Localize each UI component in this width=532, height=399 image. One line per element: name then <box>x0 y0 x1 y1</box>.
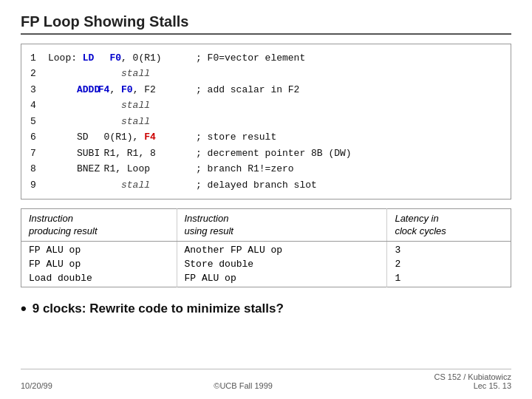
instr <box>48 98 92 113</box>
latency-header-producing: Instructionproducing result <box>21 208 177 241</box>
line-num: 4 <box>30 98 48 113</box>
comment: ; add scalar in F2 <box>196 82 299 98</box>
stall: stall <box>92 114 196 129</box>
latency-cell-using: Another FP ALU op <box>177 242 387 258</box>
instr: SD <box>48 129 92 145</box>
code-line-8: 8 BNEZ R1, Loop ; branch R1!=zero <box>30 161 502 177</box>
line-num: 8 <box>30 161 48 177</box>
latency-cell-using: Store double <box>177 257 387 271</box>
operand: F4, F0, F2 <box>92 82 196 98</box>
stall: stall <box>92 66 196 81</box>
latency-cell-cycles: 2 <box>387 257 511 271</box>
code-line-5: 5 stall <box>30 114 502 129</box>
line-num: 5 <box>30 114 48 129</box>
latency-row-2: FP ALU op Store double 2 <box>21 257 511 271</box>
latency-cell-producing: FP ALU op <box>21 257 177 271</box>
comment: ; store result <box>196 129 276 145</box>
code-line-6: 6 SD 0(R1), F4 ; store result <box>30 129 502 145</box>
stall: stall <box>92 177 196 193</box>
footer-course-line1: CS 152 / Kubiatowicz <box>434 372 511 381</box>
bullet-text: 9 clocks: Rewrite code to minimize stall… <box>33 301 284 316</box>
comment: ; F0=vector element <box>196 50 305 66</box>
line-num: 3 <box>30 82 48 98</box>
instr: Loop: LD <box>48 50 92 66</box>
code-line-2: 2 stall <box>30 66 502 81</box>
line-num: 6 <box>30 129 48 145</box>
latency-cell-cycles: 1 <box>387 271 511 287</box>
instr: ADDD <box>48 82 92 98</box>
line-num: 1 <box>30 50 48 66</box>
code-line-4: 4 stall <box>30 98 502 113</box>
latency-cell-producing: Load double <box>21 271 177 287</box>
latency-row-3: Load double FP ALU op 1 <box>21 271 511 287</box>
bullet-dot: • <box>21 299 27 318</box>
code-line-3: 3 ADDD F4, F0, F2 ; add scalar in F2 <box>30 82 502 98</box>
latency-cell-cycles: 3 <box>387 242 511 258</box>
title-bar: FP Loop Showing Stalls <box>21 13 511 35</box>
line-num: 9 <box>30 177 48 193</box>
operand: 0(R1), F4 <box>92 129 196 145</box>
code-line-1: 1 Loop: LD F0, 0(R1) ; F0=vector element <box>30 50 502 66</box>
operand: R1, Loop <box>92 161 196 177</box>
line-num: 2 <box>30 66 48 81</box>
operand: F0, 0(R1) <box>92 50 196 66</box>
instr: BNEZ <box>48 161 92 177</box>
comment: ; delayed branch slot <box>196 177 317 193</box>
latency-table: Instructionproducing result Instructionu… <box>21 208 511 287</box>
main-content: 1 Loop: LD F0, 0(R1) ; F0=vector element… <box>21 44 511 369</box>
stall: stall <box>92 98 196 113</box>
instr <box>48 66 92 81</box>
code-line-7: 7 SUBI R1, R1, 8 ; decrement pointer 8B … <box>30 146 502 161</box>
code-line-9: 9 stall ; delayed branch slot <box>30 177 502 193</box>
operand: R1, R1, 8 <box>92 146 196 161</box>
latency-header-using: Instructionusing result <box>177 208 387 241</box>
footer-course: CS 152 / Kubiatowicz Lec 15. 13 <box>434 372 511 390</box>
instr <box>48 177 92 193</box>
footer-date: 10/20/99 <box>21 381 52 390</box>
comment: ; decrement pointer 8B (DW) <box>196 146 352 161</box>
code-block: 1 Loop: LD F0, 0(R1) ; F0=vector element… <box>21 44 511 200</box>
latency-cell-producing: FP ALU op <box>21 242 177 258</box>
instr: SUBI <box>48 146 92 161</box>
latency-cell-using: FP ALU op <box>177 271 387 287</box>
footer: 10/20/99 ©UCB Fall 1999 CS 152 / Kubiato… <box>21 369 511 390</box>
latency-row-1: FP ALU op Another FP ALU op 3 <box>21 242 511 258</box>
comment: ; branch R1!=zero <box>196 161 294 177</box>
footer-course-line2: Lec 15. 13 <box>434 381 511 390</box>
latency-header-cycles: Latency inclock cycles <box>387 208 511 241</box>
footer-copyright: ©UCB Fall 1999 <box>214 381 273 390</box>
bullet-section: • 9 clocks: Rewrite code to minimize sta… <box>21 299 511 318</box>
line-num: 7 <box>30 146 48 161</box>
instr <box>48 114 92 129</box>
page-title: FP Loop Showing Stalls <box>21 13 188 30</box>
